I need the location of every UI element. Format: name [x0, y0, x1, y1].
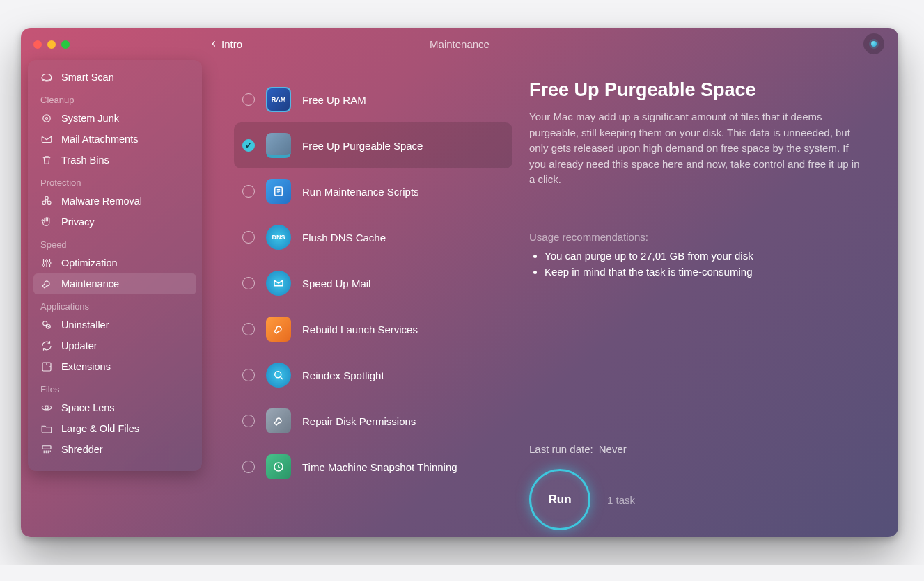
sidebar-item-privacy[interactable]: Privacy [33, 212, 196, 232]
run-button[interactable]: Run [529, 469, 590, 530]
wrench-icon [40, 278, 53, 290]
task-label: Speed Up Mail [302, 278, 370, 289]
sidebar-item-system-junk[interactable]: System Junk [33, 108, 196, 129]
svg-point-0 [43, 115, 51, 122]
sidebar: Smart ScanCleanupSystem JunkMail Attachm… [28, 60, 202, 471]
sidebar-item-large-old-files[interactable]: Large & Old Files [33, 418, 196, 439]
sidebar-item-malware-removal[interactable]: Malware Removal [33, 191, 196, 212]
task-checkbox[interactable] [242, 369, 255, 381]
task-row[interactable]: Repair Disk Permissions [234, 398, 512, 444]
puzzle-icon [40, 360, 53, 373]
sidebar-item-updater[interactable]: Updater [33, 335, 196, 356]
last-run-label: Last run date: [529, 443, 593, 455]
task-checkbox[interactable] [242, 323, 255, 335]
task-icon [266, 454, 291, 479]
maximize-window-button[interactable] [61, 40, 70, 49]
run-button-label: Run [548, 493, 571, 507]
back-button[interactable]: Intro [209, 38, 242, 50]
task-icon [266, 363, 291, 388]
task-count: 1 task [607, 494, 635, 506]
sidebar-item-trash-bins[interactable]: Trash Bins [33, 150, 196, 170]
sidebar-item-maintenance[interactable]: Maintenance [33, 273, 196, 294]
uninstall-icon [40, 319, 53, 331]
run-row: Run 1 task [529, 469, 868, 530]
svg-point-13 [45, 406, 49, 410]
sidebar-item-optimization[interactable]: Optimization [33, 253, 196, 273]
sidebar-item-uninstaller[interactable]: Uninstaller [33, 315, 196, 335]
page-title: Maintenance [21, 38, 898, 50]
gear-junk-icon [40, 112, 53, 125]
sidebar-item-label: Maintenance [61, 278, 119, 289]
task-label: Free Up Purgeable Space [302, 140, 423, 152]
sidebar-section-label: Speed [33, 232, 196, 253]
task-row[interactable]: Rebuild Launch Services [234, 306, 512, 352]
task-row[interactable]: Run Maintenance Scripts [234, 168, 512, 214]
sidebar-item-label: Privacy [61, 216, 95, 228]
svg-rect-2 [42, 136, 52, 143]
folder-icon [40, 422, 53, 435]
sidebar-section-label: Cleanup [33, 88, 196, 108]
sidebar-item-label: Large & Old Files [61, 423, 139, 434]
sidebar-item-extensions[interactable]: Extensions [33, 356, 196, 377]
lens-icon [40, 71, 53, 83]
recommendation-item: Keep in mind that the task is time-consu… [545, 266, 868, 278]
task-row[interactable]: Speed Up Mail [234, 260, 512, 306]
task-row[interactable]: Time Machine Snapshot Thinning [234, 444, 512, 490]
svg-point-8 [46, 260, 48, 262]
task-row[interactable]: Reindex Spotlight [234, 352, 512, 398]
task-checkbox[interactable] [242, 461, 255, 473]
task-checkbox[interactable] [242, 139, 255, 152]
back-label: Intro [221, 38, 242, 50]
svg-point-17 [275, 372, 281, 378]
sidebar-item-label: Updater [61, 340, 97, 351]
sidebar-item-label: Uninstaller [61, 319, 109, 331]
sidebar-item-label: System Junk [61, 113, 119, 124]
svg-point-1 [46, 118, 48, 120]
task-detail: Free Up Purgeable Space Your Mac may add… [522, 60, 898, 537]
task-label: Repair Disk Permissions [302, 415, 416, 427]
sidebar-item-label: Smart Scan [61, 72, 114, 83]
task-row[interactable]: DNSFlush DNS Cache [234, 214, 512, 260]
sidebar-item-space-lens[interactable]: Space Lens [33, 397, 196, 418]
hand-icon [40, 216, 53, 228]
orbit-icon [40, 401, 53, 414]
assistant-button[interactable] [863, 33, 884, 54]
sliders-icon [40, 257, 53, 269]
last-run: Last run date: Never [529, 443, 868, 455]
sidebar-item-shredder[interactable]: Shredder [33, 439, 196, 460]
task-label: Time Machine Snapshot Thinning [302, 461, 457, 473]
detail-description: Your Mac may add up a significant amount… [529, 109, 863, 188]
sidebar-item-label: Space Lens [61, 402, 115, 413]
task-checkbox[interactable] [242, 415, 255, 427]
chevron-left-icon [209, 39, 219, 49]
task-row[interactable]: Free Up Purgeable Space [234, 122, 512, 168]
sidebar-item-label: Trash Bins [61, 154, 109, 166]
task-row[interactable]: RAMFree Up RAM [234, 77, 512, 122]
sidebar-item-label: Shredder [61, 444, 103, 455]
task-list: RAMFree Up RAMFree Up Purgeable SpaceRun… [209, 60, 522, 537]
svg-rect-15 [42, 446, 51, 449]
sidebar-item-label: Malware Removal [61, 196, 142, 207]
task-checkbox[interactable] [242, 277, 255, 289]
sidebar-item-label: Mail Attachments [61, 134, 138, 145]
minimize-window-button[interactable] [47, 40, 56, 49]
envelope-icon [40, 133, 53, 145]
close-window-button[interactable] [33, 40, 42, 49]
task-icon [266, 133, 291, 158]
task-label: Free Up RAM [302, 94, 366, 106]
recommendation-item: You can purge up to 27,01 GB from your d… [545, 250, 868, 262]
task-checkbox[interactable] [242, 93, 255, 106]
sidebar-item-smart-scan[interactable]: Smart Scan [33, 67, 196, 88]
biohazard-icon [40, 195, 53, 207]
task-checkbox[interactable] [242, 231, 255, 244]
sidebar-item-mail-attachments[interactable]: Mail Attachments [33, 129, 196, 150]
svg-point-5 [42, 201, 46, 205]
task-label: Reindex Spotlight [302, 369, 384, 381]
sidebar-section-label: Applications [33, 294, 196, 315]
task-label: Flush DNS Cache [302, 232, 386, 244]
task-checkbox[interactable] [242, 185, 255, 198]
svg-point-6 [48, 201, 52, 205]
task-label: Run Maintenance Scripts [302, 186, 419, 198]
task-icon [266, 271, 291, 296]
trash-icon [40, 154, 53, 166]
